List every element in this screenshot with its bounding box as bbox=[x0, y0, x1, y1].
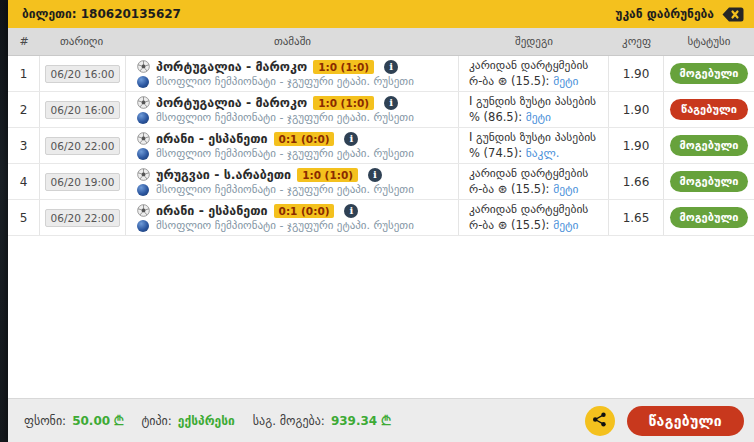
stake-value: 50.00 ₾ bbox=[72, 414, 123, 428]
match-name: ირანი - ესპანეთი bbox=[156, 203, 268, 218]
row-number: 3 bbox=[8, 128, 40, 163]
column-header-date: თარიღი bbox=[40, 35, 126, 48]
ticket-status-button[interactable]: წაგებული bbox=[627, 406, 744, 436]
stake-group: ფსონი: 50.00 ₾ bbox=[24, 414, 123, 428]
match-date: 06/20 22:00 bbox=[45, 137, 121, 155]
table-row: 4 06/20 19:00 ურუგვაი - ს.არაბეთი 1:0 (1… bbox=[8, 164, 754, 200]
stake-label: ფსონი: bbox=[24, 414, 66, 428]
soccer-ball-icon bbox=[136, 132, 150, 145]
game-cell: ირანი - ესპანეთი 0:1 (0:0) i მსოფლიო ჩემ… bbox=[126, 128, 459, 163]
score-badge: 0:1 (0:0) bbox=[274, 132, 335, 146]
league-icon bbox=[136, 220, 150, 232]
share-button[interactable] bbox=[585, 406, 615, 436]
row-number: 1 bbox=[8, 56, 40, 91]
coefficient: 1.90 bbox=[609, 128, 664, 163]
bet-market: კარიდან დარტყმების რ-ბა ⊛ (15.5): მეტი bbox=[469, 166, 600, 197]
coefficient: 1.65 bbox=[609, 200, 664, 235]
back-button[interactable]: უკან დაბრუნება bbox=[615, 7, 744, 22]
soccer-ball-icon bbox=[136, 96, 150, 109]
league-name: მსოფლიო ჩემპიონატი - ჯგუფური ეტაპი. რუსე… bbox=[156, 219, 414, 232]
possible-win-label: საგ. მოგება: bbox=[253, 414, 325, 428]
bet-type-label: ტიპი: bbox=[141, 414, 171, 428]
soccer-ball-icon bbox=[136, 168, 150, 181]
info-icon[interactable]: i bbox=[384, 96, 398, 110]
match-date: 06/20 16:00 bbox=[45, 101, 121, 119]
league-name: მსოფლიო ჩემპიონატი - ჯგუფური ეტაპი. რუსე… bbox=[156, 75, 414, 88]
bet-pick: მეტი bbox=[553, 182, 578, 196]
league-name: მსოფლიო ჩემპიონატი - ჯგუფური ეტაპი. რუსე… bbox=[156, 147, 414, 160]
soccer-ball-icon bbox=[136, 60, 150, 73]
ticket-modal: ბილეთი: 180620135627 უკან დაბრუნება # თა… bbox=[8, 0, 754, 442]
coefficient: 1.66 bbox=[609, 164, 664, 199]
bet-type-value: ექსპრესი bbox=[178, 414, 235, 428]
column-header-game: თამაში bbox=[126, 35, 459, 48]
league-icon bbox=[136, 76, 150, 88]
league-icon bbox=[136, 148, 150, 160]
possible-win-group: საგ. მოგება: 939.34 ₾ bbox=[253, 414, 391, 428]
league-icon bbox=[136, 112, 150, 124]
column-header-coef: კოეფ bbox=[609, 35, 664, 48]
table-row: 5 06/20 22:00 ირანი - ესპანეთი 0:1 (0:0)… bbox=[8, 200, 754, 236]
bet-pick: ნაკლ. bbox=[526, 146, 560, 160]
score-badge: 1:0 (1:0) bbox=[313, 96, 374, 110]
column-header-result: შედეგი bbox=[459, 35, 609, 48]
game-cell: ირანი - ესპანეთი 0:1 (0:0) i მსოფლიო ჩემ… bbox=[126, 200, 459, 235]
table-row: 2 06/20 16:00 პორტუგალია - მაროკო 1:0 (1… bbox=[8, 92, 754, 128]
match-date: 06/20 22:00 bbox=[45, 209, 121, 227]
status-badge: მოგებული bbox=[670, 171, 749, 192]
game-cell: პორტუგალია - მაროკო 1:0 (1:0) i მსოფლიო … bbox=[126, 56, 459, 91]
match-name: ირანი - ესპანეთი bbox=[156, 131, 268, 146]
status-badge: მოგებული bbox=[670, 207, 749, 228]
status-badge: მოგებული bbox=[670, 63, 749, 84]
table-header: # თარიღი თამაში შედეგი კოეფ სტატუსი bbox=[8, 28, 754, 56]
bet-market: I გუნდის ზუსტი პასების % (74.5): ნაკლ. bbox=[469, 130, 600, 161]
status-badge: მოგებული bbox=[670, 135, 749, 156]
column-header-num: # bbox=[8, 35, 40, 48]
info-icon[interactable]: i bbox=[344, 204, 358, 218]
game-cell: პორტუგალია - მაროკო 1:0 (1:0) i მსოფლიო … bbox=[126, 92, 459, 127]
backspace-icon bbox=[722, 7, 744, 22]
score-badge: 1:0 (1:0) bbox=[313, 60, 374, 74]
row-number: 5 bbox=[8, 200, 40, 235]
bet-market: I გუნდის ზუსტი პასების % (86.5): მეტი bbox=[469, 94, 600, 125]
bet-market: კარიდან დარტყმების რ-ბა ⊛ (15.5): მეტი bbox=[469, 58, 600, 89]
match-date: 06/20 19:00 bbox=[45, 173, 121, 191]
coefficient: 1.90 bbox=[609, 56, 664, 91]
footer: ფსონი: 50.00 ₾ ტიპი: ექსპრესი საგ. მოგებ… bbox=[8, 398, 754, 442]
footer-actions: წაგებული bbox=[585, 406, 744, 436]
match-date: 06/20 16:00 bbox=[45, 65, 121, 83]
info-icon[interactable]: i bbox=[344, 132, 358, 146]
match-name: პორტუგალია - მაროკო bbox=[156, 95, 307, 110]
empty-area bbox=[8, 236, 754, 398]
league-name: მსოფლიო ჩემპიონატი - ჯგუფური ეტაპი. რუსე… bbox=[156, 111, 414, 124]
coefficient: 1.90 bbox=[609, 92, 664, 127]
bet-pick: მეტი bbox=[526, 110, 551, 124]
status-badge: წაგებული bbox=[670, 99, 748, 120]
info-icon[interactable]: i bbox=[384, 60, 398, 74]
bet-market: კარიდან დარტყმების რ-ბა ⊛ (15.5): მეტი bbox=[469, 202, 600, 233]
topbar: ბილეთი: 180620135627 უკან დაბრუნება bbox=[8, 0, 754, 28]
score-badge: 1:0 (1:0) bbox=[297, 168, 358, 182]
ticket-number: ბილეთი: 180620135627 bbox=[22, 7, 181, 21]
possible-win-value: 939.34 ₾ bbox=[331, 414, 391, 428]
table-row: 3 06/20 22:00 ირანი - ესპანეთი 0:1 (0:0)… bbox=[8, 128, 754, 164]
back-label: უკან დაბრუნება bbox=[615, 7, 714, 21]
game-cell: ურუგვაი - ს.არაბეთი 1:0 (1:0) i მსოფლიო … bbox=[126, 164, 459, 199]
table-body: 1 06/20 16:00 პორტუგალია - მაროკო 1:0 (1… bbox=[8, 56, 754, 236]
share-icon bbox=[592, 412, 607, 430]
match-name: პორტუგალია - მაროკო bbox=[156, 59, 307, 74]
bet-pick: მეტი bbox=[553, 74, 578, 88]
row-number: 2 bbox=[8, 92, 40, 127]
soccer-ball-icon bbox=[136, 204, 150, 217]
row-number: 4 bbox=[8, 164, 40, 199]
bet-pick: მეტი bbox=[553, 218, 578, 232]
table-row: 1 06/20 16:00 პორტუგალია - მაროკო 1:0 (1… bbox=[8, 56, 754, 92]
column-header-status: სტატუსი bbox=[664, 35, 754, 48]
info-icon[interactable]: i bbox=[368, 168, 382, 182]
match-name: ურუგვაი - ს.არაბეთი bbox=[156, 167, 291, 182]
league-name: მსოფლიო ჩემპიონატი - ჯგუფური ეტაპი. რუსე… bbox=[156, 183, 414, 196]
bet-type-group: ტიპი: ექსპრესი bbox=[141, 414, 234, 428]
score-badge: 0:1 (0:0) bbox=[274, 204, 335, 218]
league-icon bbox=[136, 184, 150, 196]
